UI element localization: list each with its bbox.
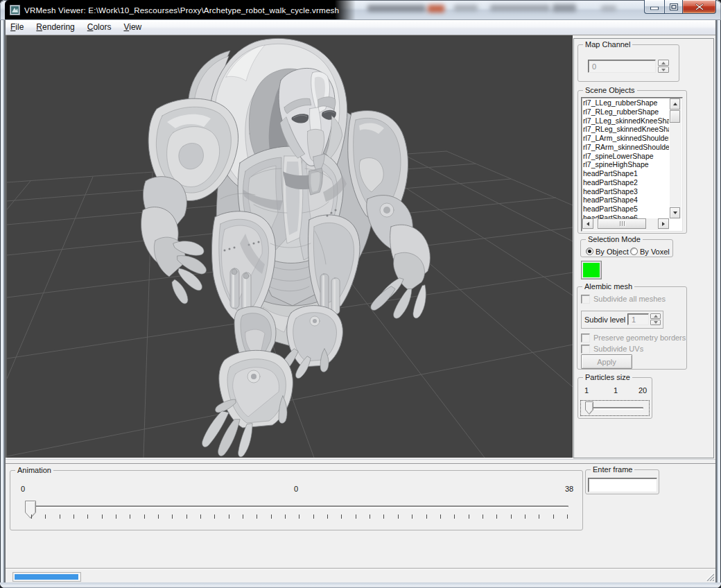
horizontal-scrollbar[interactable]: [582, 218, 669, 230]
scroll-up-button[interactable]: [670, 98, 680, 110]
menu-file[interactable]: File: [4, 20, 30, 35]
list-item[interactable]: rl7_LLeg_skinnedKneeShape: [583, 116, 669, 126]
list-item[interactable]: rl7_LLeg_rubberShape: [583, 98, 669, 107]
spin-down-button[interactable]: [650, 320, 661, 325]
minimize-button[interactable]: [644, 0, 664, 14]
minimize-icon: [650, 6, 659, 10]
by-object-label: By Object: [596, 248, 629, 256]
scene-objects-label: Scene Objects: [583, 85, 637, 95]
viewport-3d[interactable]: [6, 35, 573, 458]
map-channel-spinner: [658, 60, 669, 73]
subdivide-uvs-label: Subdivide UVs: [593, 345, 643, 353]
scroll-left-button[interactable]: [582, 218, 593, 229]
list-item[interactable]: headPartShape1: [583, 169, 669, 178]
close-button[interactable]: [683, 0, 716, 14]
menu-colors[interactable]: Colors: [81, 20, 118, 35]
selection-mode-label: Selection Mode: [586, 234, 643, 244]
window-frame-left: [0, 20, 6, 582]
title-bar[interactable]: VRMesh Viewer: E:\Work\10_Rescourses\Pro…: [0, 0, 721, 20]
enter-frame-input[interactable]: [588, 478, 657, 492]
spin-down-button[interactable]: [658, 67, 669, 73]
subdivide-uvs-checkbox[interactable]: [581, 345, 590, 354]
menu-view[interactable]: View: [117, 20, 148, 35]
arrow-up-icon: [673, 103, 677, 105]
arrow-up-icon: [661, 62, 666, 64]
particles-size-label: Particles size: [583, 372, 632, 382]
ghost-red-blur: [428, 5, 444, 12]
list-item[interactable]: rl7_spineLowerShape: [583, 152, 669, 161]
scene-objects-items: rl7_LLeg_rubberShaperl7_RLeg_rubberShape…: [583, 98, 669, 218]
radio-by-voxel[interactable]: [630, 248, 638, 255]
apply-label: Apply: [597, 358, 616, 366]
animation-label: Animation: [15, 465, 53, 475]
subdiv-level-input[interactable]: 1: [627, 313, 649, 325]
color-swatch-button[interactable]: [581, 261, 602, 279]
menu-rendering[interactable]: Rendering: [30, 20, 80, 35]
ghost-text-blur: [601, 6, 616, 11]
menu-bar: File Rendering Colors View: [4, 20, 716, 35]
preserve-borders-checkbox[interactable]: [581, 334, 590, 343]
apply-button[interactable]: Apply: [581, 354, 632, 369]
map-channel-label: Map Channel: [583, 40, 632, 49]
caption-buttons: [644, 0, 716, 14]
map-channel-input[interactable]: 0: [588, 60, 656, 73]
radio-dot: [588, 250, 591, 253]
robot-model: [141, 38, 431, 457]
window-frame-right: [715, 20, 721, 582]
list-item[interactable]: headPartShape5: [583, 205, 669, 214]
map-channel-value: 0: [592, 62, 596, 71]
particles-max-label: 20: [639, 386, 647, 395]
resize-grip[interactable]: [705, 572, 714, 581]
status-bar: [6, 568, 715, 582]
maximize-button[interactable]: [664, 0, 683, 14]
title-plate: VRMesh Viewer: E:\Work\10_Rescourses\Pro…: [5, 0, 356, 19]
arrow-right-icon: [662, 222, 665, 226]
animation-slider-ticks: [31, 514, 568, 519]
progress-fill: [15, 574, 78, 580]
divider: [6, 459, 715, 460]
list-item[interactable]: rl7_LArm_skinnedShoulderShape: [583, 134, 669, 143]
subdivide-all-checkbox[interactable]: [581, 295, 590, 304]
list-item[interactable]: headPartShape3: [583, 187, 669, 196]
particles-min-label: 1: [584, 386, 589, 395]
window-title: VRMesh Viewer: E:\Work\10_Rescourses\Pro…: [24, 6, 339, 15]
particles-slider-thumb[interactable]: [585, 401, 593, 415]
enter-frame-label: Enter frame: [591, 465, 634, 474]
scene-objects-list[interactable]: rl7_LLeg_rubberShaperl7_RLeg_rubberShape…: [581, 97, 683, 232]
list-item[interactable]: rl7_RLeg_skinnedKneeShape: [583, 125, 669, 134]
close-icon: [695, 3, 704, 10]
animation-end-label: 38: [565, 485, 573, 493]
list-item[interactable]: headPartShape6: [583, 214, 669, 218]
particles-slider-groove: [593, 407, 643, 410]
horizontal-scroll-thumb[interactable]: [598, 218, 646, 229]
scroll-right-button[interactable]: [658, 218, 669, 229]
list-item[interactable]: rl7_RLeg_rubberShape: [583, 107, 669, 116]
animation-current-label: 0: [294, 485, 298, 493]
arrow-left-icon: [587, 222, 589, 226]
ghost-text-blur: [553, 4, 576, 12]
arrow-down-icon: [673, 211, 677, 214]
ghost-text-blur: [367, 5, 426, 12]
subdiv-level-spinner: [650, 313, 661, 325]
list-item[interactable]: headPartShape4: [583, 196, 669, 205]
vertical-scroll-thumb[interactable]: [670, 110, 680, 123]
progress-bar: [12, 572, 81, 582]
vertical-scrollbar[interactable]: [670, 98, 681, 218]
list-item[interactable]: headPartShape2: [583, 178, 669, 187]
app-window: VRMesh Viewer: E:\Work\10_Rescourses\Pro…: [0, 0, 721, 588]
client-area: Map Channel 0 Scene Objects rl7_LLeg_rub…: [6, 35, 715, 582]
ghost-text-blur: [454, 5, 478, 11]
preserve-borders-label: Preserve geometry borders: [593, 334, 686, 342]
particles-current-label: 1: [614, 386, 618, 395]
list-item[interactable]: rl7_RArm_skinnedShoulderShape: [583, 143, 669, 152]
scroll-down-button[interactable]: [670, 207, 680, 218]
animation-slider-groove: [29, 505, 568, 508]
radio-by-object[interactable]: [586, 248, 593, 255]
app-icon: [10, 5, 20, 15]
alembic-mesh-label: Alembic mesh: [582, 282, 634, 291]
divider: [6, 463, 715, 464]
spin-up-button[interactable]: [658, 60, 669, 66]
list-item[interactable]: rl7_spineHighShape: [583, 160, 669, 169]
spin-up-button[interactable]: [650, 313, 661, 319]
subdivide-all-label: Subdivide all meshes: [593, 295, 666, 303]
